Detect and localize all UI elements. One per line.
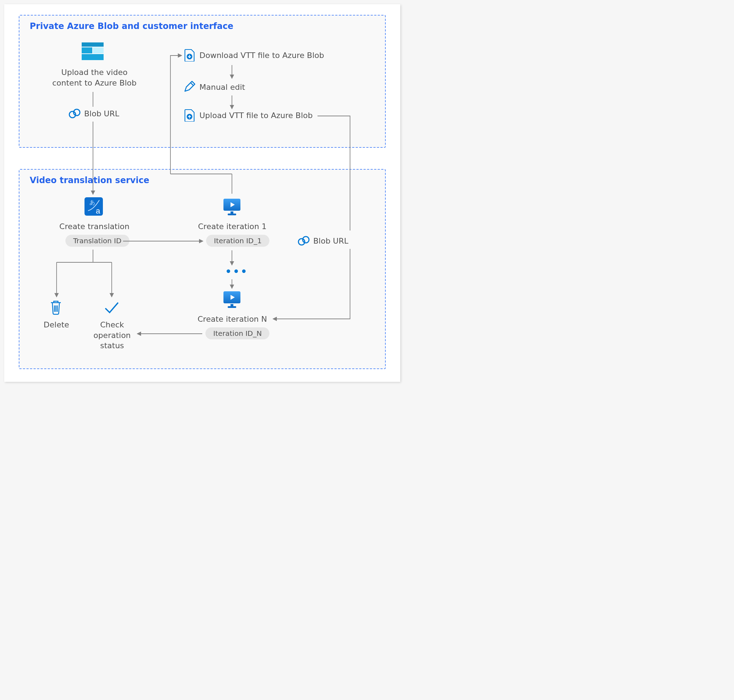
svg-rect-14 xyxy=(228,213,236,215)
svg-text:あ: あ xyxy=(90,199,95,205)
iteration-id-n-pill: Iteration ID_N xyxy=(205,327,269,340)
check-operation-status-label: Check operation status xyxy=(91,320,133,351)
file-download-icon xyxy=(184,49,195,63)
svg-rect-3 xyxy=(82,54,104,60)
iteration-id-1-pill: Iteration ID_1 xyxy=(206,235,269,247)
svg-text:a: a xyxy=(96,206,100,215)
create-iteration-1-label: Create iteration 1 xyxy=(195,221,269,232)
translation-id-pill: Translation ID xyxy=(65,235,129,247)
pencil-icon xyxy=(183,81,196,95)
blob-url-2-label: Blob URL xyxy=(313,236,348,246)
trash-icon xyxy=(49,299,63,317)
check-icon xyxy=(104,301,119,315)
svg-rect-2 xyxy=(93,47,104,53)
upload-vtt-label: Upload VTT file to Azure Blob xyxy=(199,110,313,121)
blob-url-1-label: Blob URL xyxy=(84,109,119,119)
translate-icon: あ a xyxy=(84,197,104,218)
svg-rect-1 xyxy=(82,47,92,53)
upload-video-label: Upload the video content to Azure Blob xyxy=(49,67,140,88)
section-a-title: Private Azure Blob and customer interfac… xyxy=(30,21,233,31)
link-icon xyxy=(297,235,310,248)
monitor-play-icon xyxy=(222,289,242,310)
tiles-icon xyxy=(82,43,104,62)
monitor-play-icon xyxy=(222,197,242,218)
architecture-diagram: Private Azure Blob and customer interfac… xyxy=(4,4,400,382)
svg-rect-0 xyxy=(82,43,104,47)
svg-rect-18 xyxy=(228,306,236,308)
manual-edit-label: Manual edit xyxy=(199,82,245,93)
svg-rect-13 xyxy=(231,212,233,213)
ellipsis-icon: ••• xyxy=(225,266,249,278)
create-translation-label: Create translation xyxy=(57,221,131,232)
delete-label: Delete xyxy=(40,320,73,330)
create-iteration-n-label: Create iteration N xyxy=(195,314,269,325)
svg-rect-17 xyxy=(231,304,233,306)
link-icon xyxy=(68,108,81,121)
section-video-service xyxy=(19,169,386,369)
section-b-title: Video translation service xyxy=(30,175,149,185)
file-upload-icon xyxy=(184,109,195,123)
download-vtt-label: Download VTT file to Azure Blob xyxy=(199,50,324,61)
